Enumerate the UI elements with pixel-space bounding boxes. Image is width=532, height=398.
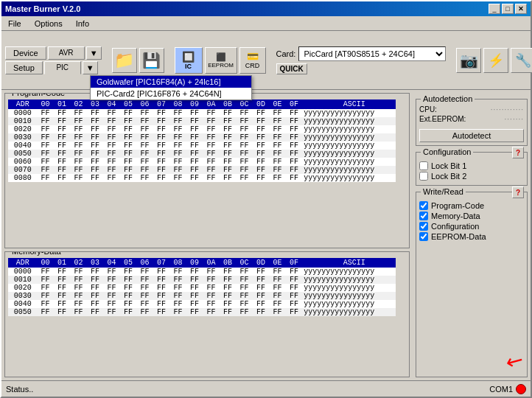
menu-file[interactable]: File — [5, 18, 24, 29]
hex-cell: FF — [54, 166, 71, 174]
eeprom-button[interactable]: ⬛ EEPROM — [205, 47, 237, 74]
program-code-scroll[interactable]: ADR 00 01 02 03 04 05 06 07 08 09 — [8, 100, 406, 245]
write-read-checkbox[interactable] — [419, 222, 428, 231]
hex-cell: FF — [186, 133, 203, 142]
hex-cell: FF — [70, 268, 87, 276]
hex-cell: FF — [153, 300, 170, 308]
pc-header-0e: 0E — [269, 100, 286, 109]
hex-cell: FF — [87, 117, 104, 125]
hex-cell: FF — [203, 109, 220, 117]
device-tab[interactable]: Device — [5, 46, 46, 60]
hex-cell: FF — [120, 158, 137, 166]
lock-bit-2-checkbox[interactable] — [419, 172, 428, 181]
dropdown-item-2[interactable]: PIC-Card2 [PIC16F876 + 24C64N] — [91, 88, 251, 100]
write-read-checkbox[interactable] — [419, 201, 428, 210]
hex-cell: FF — [37, 158, 54, 166]
autodetect-button[interactable]: Autodetect — [419, 129, 524, 142]
lock-bit-1-checkbox[interactable] — [419, 161, 428, 170]
memory-data-scrollbar[interactable] — [396, 258, 406, 374]
tools-button[interactable]: 🔧 — [511, 48, 532, 73]
ascii-cell: yyyyyyyyyyyyyyyy — [302, 284, 406, 292]
hex-cell: FF — [220, 142, 237, 150]
hex-cell: FF — [87, 142, 104, 150]
quick-button[interactable]: QUICK — [276, 63, 307, 74]
md-header-0d: 0D — [253, 258, 270, 268]
autodetection-title: Autodetection — [421, 94, 475, 103]
hex-cell: FF — [169, 117, 186, 125]
address-cell: 0050 — [8, 150, 37, 158]
hex-cell: FF — [37, 284, 54, 292]
hex-cell: FF — [269, 276, 286, 284]
memory-data-scroll[interactable]: ADR 00 01 02 03 04 05 06 07 08 09 — [8, 258, 406, 374]
hex-cell: FF — [203, 117, 220, 125]
hex-cell: FF — [253, 166, 270, 174]
hex-cell: FF — [269, 300, 286, 308]
folder-button[interactable]: 📁 — [112, 48, 137, 73]
hex-cell: FF — [87, 292, 104, 300]
avr-tab[interactable]: AVR — [48, 46, 85, 60]
avr-dropdown[interactable]: ▼ — [86, 46, 102, 60]
hex-cell: FF — [253, 150, 270, 158]
crd-button[interactable]: 💳 CRD — [239, 47, 266, 74]
hex-cell: FF — [70, 166, 87, 174]
hex-cell: FF — [286, 300, 303, 308]
hex-cell: FF — [253, 300, 270, 308]
setup-tab[interactable]: Setup — [5, 61, 43, 74]
hex-cell: FF — [37, 142, 54, 150]
program-code-scrollbar[interactable] — [396, 100, 406, 245]
camera-button[interactable]: 📷 — [456, 48, 481, 73]
right-panel: Autodetection CPU: ············ Ext.EEPR… — [413, 90, 531, 380]
save-button[interactable]: 💾 — [139, 48, 164, 73]
table-row: 0040FFFFFFFFFFFFFFFFFFFFFFFFFFFFFFFFyyyy… — [8, 300, 406, 308]
hex-cell: FF — [269, 308, 286, 316]
hex-cell: FF — [153, 117, 170, 125]
pic-tab[interactable]: PIC — [44, 61, 81, 74]
card-select[interactable]: PicCard [AT90S8515 + 24C64] — [298, 46, 446, 61]
hex-cell: FF — [186, 117, 203, 125]
hex-cell: FF — [169, 292, 186, 300]
hex-cell: FF — [54, 268, 71, 276]
hex-cell: FF — [54, 292, 71, 300]
maximize-button[interactable]: □ — [502, 4, 514, 14]
flash-button[interactable]: ⚡ — [483, 48, 508, 73]
hex-cell: FF — [269, 150, 286, 158]
close-button[interactable]: ✕ — [515, 4, 527, 14]
hex-cell: FF — [220, 133, 237, 142]
pic-dropdown[interactable]: ▼ — [83, 61, 98, 74]
hex-cell: FF — [169, 174, 186, 182]
icon-buttons: 📁 💾 — [112, 48, 164, 73]
ascii-cell: yyyyyyyyyyyyyyyy — [302, 308, 406, 316]
hex-cell: FF — [286, 268, 303, 276]
hex-cell: FF — [186, 268, 203, 276]
write-read-checkbox[interactable] — [419, 212, 428, 220]
hex-cell: FF — [236, 308, 253, 316]
hex-cell: FF — [136, 125, 153, 133]
pc-header-0c: 0C — [236, 100, 253, 109]
hex-cell: FF — [186, 142, 203, 150]
hex-cell: FF — [54, 276, 71, 284]
hex-cell: FF — [169, 109, 186, 117]
write-read-group: Write/Read ? Program-CodeMemory-DataConf… — [416, 192, 528, 377]
minimize-button[interactable]: _ — [489, 4, 500, 14]
hex-cell: FF — [54, 117, 71, 125]
configuration-help-button[interactable]: ? — [512, 147, 524, 158]
hex-cell: FF — [153, 276, 170, 284]
device-dropdown-popup[interactable]: Goldwafer [PIC16F84(A) + 24lc16] PIC-Car… — [90, 75, 252, 100]
hex-cell: FF — [220, 308, 237, 316]
ic-label: IC — [185, 63, 192, 70]
address-cell: 0020 — [8, 284, 37, 292]
hex-cell: FF — [103, 284, 120, 292]
ic-button[interactable]: 🔲 IC — [175, 47, 203, 74]
hex-cell: FF — [103, 276, 120, 284]
hex-cell: FF — [70, 117, 87, 125]
hex-cell: FF — [103, 125, 120, 133]
write-read-help-button[interactable]: ? — [512, 186, 524, 198]
menu-options[interactable]: Options — [32, 18, 66, 29]
hex-cell: FF — [253, 276, 270, 284]
hex-cell: FF — [169, 268, 186, 276]
write-read-checkbox[interactable] — [419, 232, 428, 241]
eeprom-dots: ······· — [505, 115, 524, 123]
menu-info[interactable]: Info — [73, 18, 92, 29]
lock-bit-2-row: Lock Bit 2 — [419, 172, 524, 181]
dropdown-item-1[interactable]: Goldwafer [PIC16F84(A) + 24lc16] — [91, 76, 251, 88]
